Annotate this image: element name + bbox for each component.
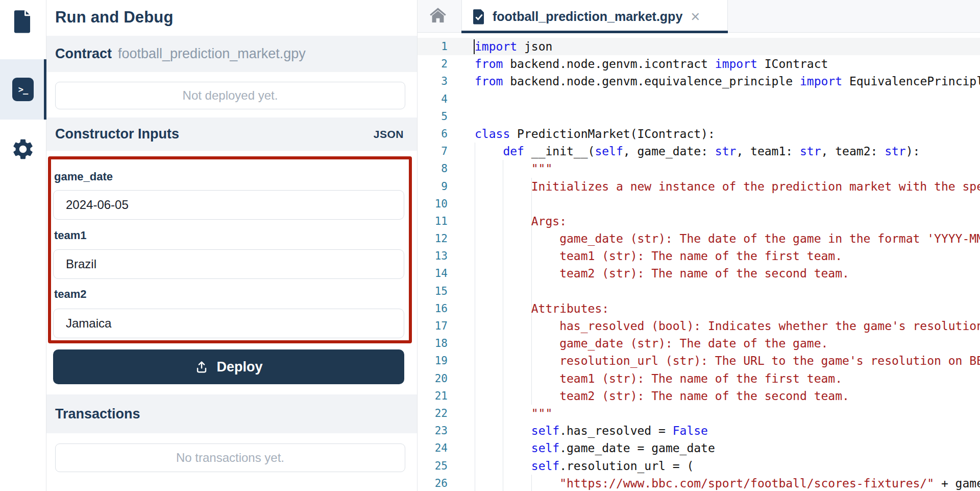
constructor-inputs-header-row: Constructor Inputs JSON [46,118,417,151]
code-line: has_resolved (bool): Indicates whether t… [475,317,980,335]
code-line: """ [475,405,980,422]
line-number-gutter: 1234567891011121314151617181920212223242… [418,38,448,491]
code-content: import jsonfrom backend.node.genvm.icont… [475,38,980,491]
code-line [475,90,980,108]
text-cursor [474,39,475,54]
line-number: 4 [418,90,448,108]
code-line [475,283,980,300]
code-line: Attributes: [475,300,980,317]
line-number: 12 [418,230,448,247]
activity-bar: >_ [0,0,46,491]
line-number: 9 [418,178,448,195]
code-line: Initializes a new instance of the predic… [475,178,980,195]
line-number: 16 [418,300,448,317]
line-number: 10 [418,195,448,213]
code-editor[interactable]: 1234567891011121314151617181920212223242… [418,33,980,491]
team2-input[interactable] [53,309,404,338]
line-number: 5 [418,108,448,125]
code-line: import json [475,38,980,55]
line-number: 24 [418,439,448,457]
terminal-icon: >_ [18,84,28,95]
code-line: team2 (str): The name of the second team… [475,387,980,405]
code-line: team1 (str): The name of the first team. [475,247,980,265]
home-button[interactable] [428,6,448,27]
page-title: Run and Debug [55,8,174,27]
code-line: resolution_url (str): The URL to the gam… [475,352,980,369]
deploy-button-label: Deploy [216,359,262,375]
game-date-label: game_date [54,170,113,183]
code-line: self.has_resolved = False [475,422,980,439]
tab-strip: football_prediction_market.gpy × [418,0,980,33]
line-number: 15 [418,283,448,300]
line-number: 21 [418,387,448,405]
team1-label: team1 [54,229,87,242]
settings-icon-button[interactable] [11,138,35,162]
line-number: 18 [418,335,448,352]
files-icon-button[interactable] [11,9,35,36]
line-number: 25 [418,457,448,475]
line-number: 7 [418,143,448,160]
line-number: 11 [418,213,448,230]
line-number: 2 [418,55,448,73]
file-icon [12,9,34,36]
terminal-icon-button[interactable]: >_ [12,78,34,101]
deploy-status-box: Not deployed yet. [55,82,405,109]
code-line [475,108,980,125]
upload-icon [194,360,209,374]
line-number: 13 [418,247,448,265]
game-date-input[interactable] [53,190,404,220]
line-number: 19 [418,352,448,369]
transactions-header-row: Transactions [46,394,417,433]
contract-filename: football_prediction_market.gpy [118,46,306,62]
code-line: self.game_date = game_date [475,439,980,457]
code-line: game_date (str): The date of the game in… [475,230,980,247]
deploy-button[interactable]: Deploy [53,349,404,384]
gear-icon [11,137,35,163]
tab-football-prediction-market[interactable]: football_prediction_market.gpy × [461,0,728,33]
transactions-empty-box: No transactions yet. [55,443,405,472]
line-number: 14 [418,265,448,282]
home-icon [428,7,448,26]
code-line: game_date (str): The date of the game. [475,335,980,352]
run-and-debug-panel: Run and Debug Contract football_predicti… [46,0,418,491]
editor-region: football_prediction_market.gpy × 1234567… [418,0,980,491]
code-line: team2 (str): The name of the second team… [475,265,980,282]
team2-label: team2 [54,288,87,301]
app-window: >_ Run and Debug Contract football_predi… [0,0,980,491]
transactions-title: Transactions [55,406,140,422]
contract-label: Contract [55,46,112,62]
line-number: 26 [418,475,448,491]
team1-input[interactable] [53,249,404,279]
line-number: 20 [418,370,448,387]
code-line: def __init__(self, game_date: str, team1… [475,143,980,160]
code-line: "https://www.bbc.com/sport/football/scor… [475,475,980,491]
line-number: 8 [418,160,448,177]
tab-title: football_prediction_market.gpy [493,9,682,24]
line-number: 3 [418,73,448,90]
code-line: self.resolution_url = ( [475,457,980,475]
file-check-icon [472,9,486,25]
code-line [475,195,980,213]
close-icon[interactable]: × [691,9,700,25]
line-number: 23 [418,422,448,439]
code-line: Args: [475,213,980,230]
code-line: team1 (str): The name of the first team. [475,370,980,387]
constructor-inputs-title: Constructor Inputs [55,126,179,142]
line-number: 1 [418,38,448,55]
line-number: 17 [418,317,448,335]
code-line: from backend.node.genvm.icontract import… [475,55,980,73]
code-line: class PredictionMarket(IContract): [475,125,980,143]
code-line: """ [475,160,980,177]
contract-header-row: Contract football_prediction_market.gpy [46,36,417,72]
line-number: 6 [418,125,448,143]
json-toggle[interactable]: JSON [374,128,404,141]
code-line: from backend.node.genvm.equivalence_prin… [475,73,980,90]
line-number: 22 [418,405,448,422]
